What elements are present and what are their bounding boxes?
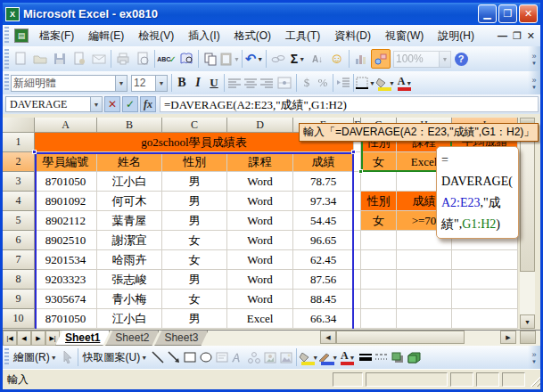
align-left-icon[interactable] xyxy=(226,73,243,93)
line-icon[interactable] xyxy=(150,347,166,367)
cell[interactable]: 女 xyxy=(162,290,227,309)
cell[interactable]: 性別 xyxy=(361,192,397,211)
align-right-icon[interactable] xyxy=(259,73,275,93)
cell[interactable]: 9203323 xyxy=(35,270,97,290)
cell[interactable]: 女 xyxy=(162,231,227,250)
font-size-dropdown-arrow[interactable]: ▼ xyxy=(156,75,168,92)
cell[interactable]: 何可木 xyxy=(97,192,162,211)
cell[interactable]: 8701050 xyxy=(35,172,97,192)
clipart-icon[interactable] xyxy=(262,347,278,367)
doc-restore-button[interactable]: ❐ xyxy=(513,30,522,42)
resize-grip[interactable] xyxy=(529,375,540,387)
row-header-6[interactable]: 6 xyxy=(3,231,35,250)
cell[interactable]: 男 xyxy=(162,192,227,211)
cell[interactable] xyxy=(354,250,361,270)
borders-icon[interactable]: ▼ xyxy=(356,73,375,93)
fill-color-icon[interactable]: ▼ xyxy=(375,73,395,93)
cell[interactable]: 男 xyxy=(162,172,227,192)
horizontal-scroll-thumb[interactable] xyxy=(336,331,465,344)
row-header-3[interactable]: 3 xyxy=(3,172,35,192)
row-header-10[interactable]: 10 xyxy=(3,309,35,329)
cell[interactable]: 女 xyxy=(361,152,397,172)
arrow-icon[interactable] xyxy=(166,347,182,367)
copy-icon[interactable] xyxy=(201,49,220,69)
menu-help[interactable]: 說明(H) xyxy=(431,26,481,46)
cell[interactable]: 男 xyxy=(162,270,227,290)
row-header-5[interactable]: 5 xyxy=(3,211,35,231)
cell[interactable]: 62.45 xyxy=(293,250,354,270)
increase-indent-icon[interactable] xyxy=(335,73,351,93)
cell[interactable] xyxy=(452,250,518,270)
cell[interactable] xyxy=(354,270,361,290)
italic-icon[interactable]: I xyxy=(190,73,206,93)
cell[interactable] xyxy=(354,192,361,211)
enter-icon[interactable]: ✓ xyxy=(122,96,138,112)
smiley-icon[interactable]: ☺ xyxy=(327,49,347,69)
row-header-8[interactable]: 8 xyxy=(3,270,35,290)
cell[interactable] xyxy=(361,270,397,290)
cell[interactable]: 姓名 xyxy=(97,152,162,172)
formula-input[interactable]: =DAVERAGE(A2:E23,"成績",G1:H2) xyxy=(160,96,539,112)
cell[interactable] xyxy=(397,270,452,290)
cell[interactable] xyxy=(354,309,361,329)
workbook-icon[interactable]: ▤ xyxy=(14,29,29,43)
save-icon[interactable] xyxy=(50,49,70,69)
cell[interactable]: 8901092 xyxy=(35,192,97,211)
tab-split-box[interactable] xyxy=(520,331,536,344)
currency-icon[interactable]: $ xyxy=(299,73,315,93)
insert-picture-icon[interactable] xyxy=(278,347,294,367)
range-handle-green[interactable] xyxy=(358,169,363,174)
cell[interactable] xyxy=(397,309,452,329)
percent-icon[interactable]: % xyxy=(315,73,331,93)
chart-wizard-icon[interactable] xyxy=(351,49,371,69)
cell[interactable]: 8701050 xyxy=(35,309,97,329)
font-color-icon[interactable]: A▼ xyxy=(395,73,415,93)
cancel-icon[interactable]: ✕ xyxy=(104,96,120,112)
sheet-tab-Sheet3[interactable]: Sheet3 xyxy=(154,331,208,346)
open-folder-icon[interactable] xyxy=(30,49,50,69)
cell[interactable]: 78.75 xyxy=(293,172,354,192)
column-header-B[interactable]: B xyxy=(97,118,162,133)
3d-style-icon[interactable] xyxy=(406,347,422,367)
drawing-toggle-icon[interactable] xyxy=(371,49,391,69)
in-cell-edit-box[interactable]: =DAVERAGE(A2:E23,"成績",G1:H2) xyxy=(436,146,519,239)
cell[interactable] xyxy=(452,309,518,329)
textbox-icon[interactable] xyxy=(214,347,230,367)
rectangle-icon[interactable] xyxy=(182,347,198,367)
cell[interactable]: Word xyxy=(227,270,293,290)
cell[interactable]: 謝潔宜 xyxy=(97,231,162,250)
column-header-C[interactable]: C xyxy=(162,118,227,133)
cell[interactable] xyxy=(354,290,361,309)
toolbar-grip[interactable] xyxy=(4,74,9,93)
spelling-icon[interactable]: ABC✓ xyxy=(157,49,177,69)
oval-icon[interactable] xyxy=(198,347,214,367)
sort-ascending-icon[interactable]: A↓ xyxy=(308,49,327,69)
cell[interactable]: 張志峻 xyxy=(97,270,162,290)
menu-tools[interactable]: 工具(T) xyxy=(278,26,327,46)
cell[interactable] xyxy=(361,290,397,309)
merge-center-icon[interactable] xyxy=(275,73,294,93)
toolbar-grip[interactable] xyxy=(4,49,9,69)
cell[interactable] xyxy=(452,290,518,309)
cell[interactable]: 性別 xyxy=(162,152,227,172)
cell[interactable]: 8902510 xyxy=(35,231,97,250)
column-header-A[interactable]: A xyxy=(35,118,97,133)
print-icon[interactable] xyxy=(113,49,133,69)
sheet-tab-Sheet1[interactable]: Sheet1 xyxy=(55,331,110,346)
cell[interactable] xyxy=(361,250,397,270)
help-icon[interactable]: ? xyxy=(451,49,471,69)
tab-prev-icon[interactable]: ◀ xyxy=(17,331,31,346)
cell[interactable]: 54.45 xyxy=(293,211,354,231)
select-objects-icon[interactable] xyxy=(60,347,76,367)
underline-icon[interactable]: U xyxy=(206,73,222,93)
row-header-9[interactable]: 9 xyxy=(3,290,35,309)
hyperlink-icon[interactable] xyxy=(268,49,288,69)
toolbar-options-chevron[interactable]: »▼ xyxy=(528,46,540,71)
cell[interactable]: 青小梅 xyxy=(97,290,162,309)
minimize-button[interactable]: ▁ xyxy=(478,4,497,23)
cell[interactable]: 男 xyxy=(162,309,227,329)
cell[interactable]: Word xyxy=(227,211,293,231)
cell[interactable]: 哈雨卉 xyxy=(97,250,162,270)
cell[interactable]: 9305674 xyxy=(35,290,97,309)
column-header-D[interactable]: D xyxy=(227,118,293,133)
